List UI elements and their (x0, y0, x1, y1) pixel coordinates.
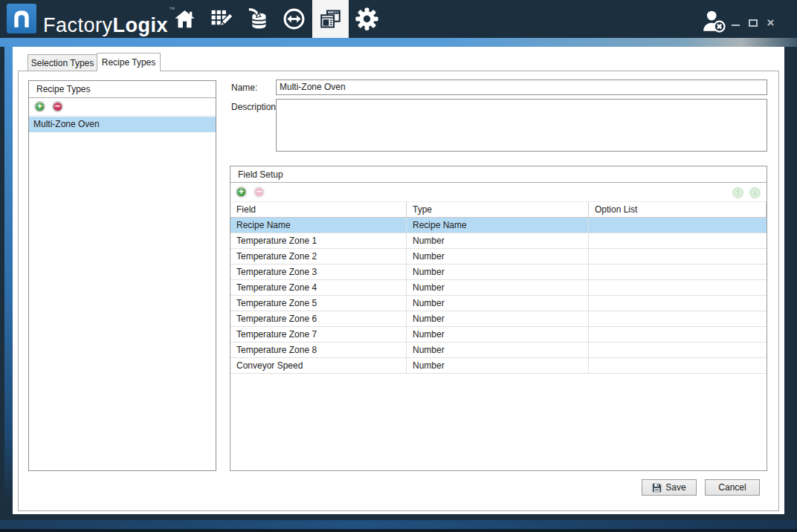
minus-icon: − (55, 101, 61, 111)
home-icon (173, 7, 196, 30)
description-input[interactable] (276, 99, 767, 152)
cell-field: Temperature Zone 4 (230, 280, 407, 295)
remove-recipe-type-button[interactable]: − (52, 101, 63, 112)
nav-transfer-button[interactable] (276, 0, 312, 38)
cell-option-list (589, 280, 767, 295)
minus-icon: − (256, 186, 262, 196)
settings-gear-icon (355, 7, 379, 31)
maximize-button[interactable] (749, 19, 758, 27)
move-field-down-button[interactable]: ↓ (749, 187, 761, 198)
recipe-types-panel: Recipe Types + − Multi-Zone Oven Name: M… (18, 71, 779, 511)
add-field-button[interactable]: + (236, 186, 247, 198)
cell-type: Number (407, 265, 589, 279)
save-button[interactable]: Save (642, 479, 697, 496)
cell-option-list (589, 327, 767, 342)
recipe-types-toolbar: + − (29, 98, 216, 116)
cell-type: Number (407, 280, 589, 295)
cell-type: Number (407, 343, 589, 357)
bottom-edge (0, 529, 797, 532)
table-row[interactable]: Recipe Name Recipe Name (230, 218, 767, 233)
nav-home-button[interactable] (167, 0, 203, 38)
table-row[interactable]: Temperature Zone 4 Number (230, 280, 767, 296)
table-row[interactable]: Temperature Zone 7 Number (230, 327, 767, 343)
minimize-button[interactable] (732, 19, 740, 26)
arrow-down-icon: ↓ (753, 188, 758, 196)
table-row[interactable]: Temperature Zone 2 Number (230, 249, 767, 265)
description-label: Description: (231, 102, 278, 112)
cell-option-list (589, 249, 767, 264)
cell-option-list (589, 265, 767, 279)
plus-icon: + (239, 186, 245, 196)
brand-regular: Factory (43, 14, 113, 36)
column-header-option-list[interactable]: Option List (589, 202, 767, 217)
tab-recipe-types[interactable]: Recipe Types (97, 53, 161, 71)
brand-bold: Logix (113, 14, 169, 36)
cell-option-list (589, 311, 767, 326)
cancel-button[interactable]: Cancel (705, 479, 760, 496)
cell-field: Temperature Zone 8 (230, 343, 407, 357)
recipe-types-list-header: Recipe Types (29, 81, 216, 98)
cell-field: Temperature Zone 3 (230, 265, 407, 279)
cell-type: Number (407, 296, 589, 311)
recipe-types-list: Multi-Zone Oven (29, 117, 216, 470)
user-logout-button[interactable] (699, 7, 729, 34)
column-header-type[interactable]: Type (407, 202, 589, 217)
field-setup-toolbar: + − ↑ ↓ (230, 183, 767, 202)
cell-option-list (589, 358, 767, 373)
table-row[interactable]: Conveyor Speed Number (230, 358, 767, 374)
nav-settings-button[interactable] (349, 0, 385, 38)
table-row[interactable]: Temperature Zone 1 Number (230, 233, 767, 249)
recipe-types-listbox: Recipe Types + − Multi-Zone Oven (28, 80, 216, 471)
cell-field: Temperature Zone 2 (230, 249, 407, 264)
accent-strip-bottom (0, 520, 797, 529)
nav-database-import-button[interactable] (239, 0, 276, 38)
add-recipe-type-button[interactable]: + (34, 101, 45, 112)
tab-selection-types[interactable]: Selection Types (28, 54, 97, 71)
cell-field: Temperature Zone 6 (230, 311, 407, 326)
table-row[interactable]: Temperature Zone 8 Number (230, 343, 767, 358)
cell-option-list (589, 343, 767, 357)
save-floppy-icon (652, 483, 662, 493)
cell-option-list (589, 296, 767, 311)
cell-option-list (589, 233, 767, 248)
remove-field-button[interactable]: − (254, 186, 265, 198)
name-input[interactable]: Multi-Zone Oven (276, 80, 767, 95)
cell-type: Number (407, 311, 589, 326)
move-field-up-button[interactable]: ↑ (732, 187, 743, 198)
cell-option-list (589, 218, 767, 233)
list-item[interactable]: Multi-Zone Oven (29, 117, 216, 132)
cell-type: Recipe Name (407, 218, 589, 233)
nav-grid-edit-button[interactable] (203, 0, 239, 38)
save-button-label: Save (665, 482, 685, 493)
field-setup-grid: Field Type Option List Recipe Name Recip… (230, 202, 767, 470)
plus-icon: + (37, 101, 43, 111)
cell-field: Conveyor Speed (230, 358, 407, 373)
accent-strip-left (4, 47, 13, 502)
grid-edit-icon (210, 7, 233, 30)
titlebar: FactoryLogix™ (0, 0, 797, 38)
table-row[interactable]: Temperature Zone 3 Number (230, 265, 767, 280)
list-item-label: Multi-Zone Oven (33, 119, 100, 129)
brand-title: FactoryLogix™ (43, 6, 175, 37)
close-button[interactable]: × (766, 18, 775, 27)
forms-icon (319, 7, 342, 30)
table-row[interactable]: Temperature Zone 6 Number (230, 311, 767, 327)
nav-forms-button[interactable] (312, 0, 349, 38)
cell-type: Number (407, 233, 589, 248)
main-navbar (167, 0, 385, 38)
grid-header-row: Field Type Option List (230, 202, 767, 218)
table-row[interactable]: Temperature Zone 5 Number (230, 296, 767, 311)
cell-field: Temperature Zone 5 (230, 296, 407, 311)
cell-type: Number (407, 327, 589, 342)
cell-type: Number (407, 358, 589, 373)
field-setup-header: Field Setup (230, 166, 767, 183)
column-header-field[interactable]: Field (230, 202, 407, 217)
logo-n-icon (10, 7, 33, 30)
database-import-icon (246, 7, 269, 30)
cell-type: Number (407, 249, 589, 264)
cancel-button-label: Cancel (718, 482, 746, 493)
arrow-up-icon: ↑ (736, 188, 740, 196)
app-window: FactoryLogix™ (0, 0, 797, 532)
cell-field: Temperature Zone 1 (230, 233, 407, 248)
accent-strip-top (0, 38, 797, 47)
